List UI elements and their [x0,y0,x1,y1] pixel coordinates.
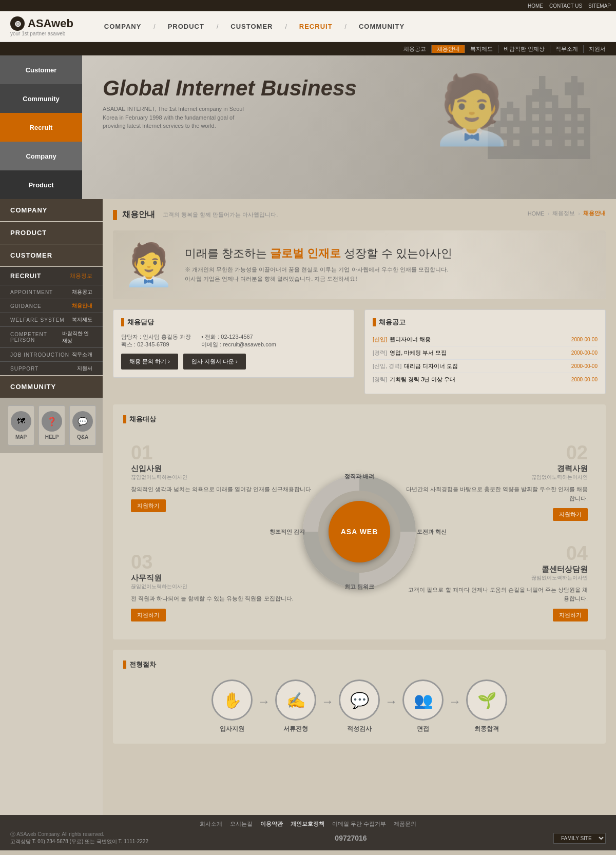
target-01-title: 신입사원 [131,464,314,474]
footer-link-4[interactable]: 이메일 무단 수집거부 [332,820,386,828]
top-sitemap-link[interactable]: SITEMAP [588,3,611,9]
sidebar-qa-icon-box[interactable]: 💬 Q&A [69,405,96,445]
subnav-item-5[interactable]: 지원서 [584,45,611,53]
help-icon: ❓ [42,411,62,432]
process-circle-1: ✍ [275,679,316,721]
subnav-item-4[interactable]: 직무소개 [550,45,584,53]
circle-label-bottom: 최고 팀워크 [344,583,374,591]
footer-phone: 09727016 [335,834,367,842]
hero-content: Global Internet Business ASADAE INTERNET… [82,55,616,199]
sidebar-sub-item-3[interactable]: COMPETENT PERSON 바람직한 인재상 [0,326,103,347]
target-02-subtitle: 끊임없이노력하는이사인 [405,474,588,481]
target-02-desc: 다년간의 사회경험을 바탕으로 충분한 역량을 발휘할 우수한 인재를 채용합니… [405,485,588,503]
target-02-btn[interactable]: 지원하기 [553,508,588,521]
qa-icon: 💬 [72,411,93,432]
sidebar-product[interactable]: PRODUCT [0,222,103,244]
process-circle-0: ✋ [211,679,253,721]
recruit-item-1: [경력]영업, 마케팅 부서 모집 2000-00-00 [373,346,598,360]
map-label: MAP [15,434,27,440]
sidebar-recruit-title: RECRUIT [10,273,41,280]
nav-community[interactable]: COMMUNITY [359,23,405,30]
subnav-item-3[interactable]: 바람직한 인재상 [498,45,550,53]
target-04: 04 콜센터상담원 끊임없이노력하는이사인 고객이 필요로 할 때마다 언제나 … [397,535,595,629]
logo-globe-icon: ⊕ [10,16,25,31]
breadcrumb-row: 채용안내 고객의 행복을 함께 만들어가는 아사웹입니다. HOME › 채용정… [113,209,606,220]
process-arrow-0: → [258,694,270,719]
target-01: 01 신입사원 끊임없이노력하는이사인 창의적인 생각과 넘치는 의욕으로 미래… [123,434,321,520]
subnav-item-2[interactable]: 복지제도 [465,45,498,53]
top-contact-link[interactable]: CONTACT US [549,3,582,9]
process-step-1: ✍ 서류전형 [275,679,316,733]
footer-contact: 고객상담 T. 01) 234-5678 (무료) 또는 국번없이 T. 111… [10,838,148,845]
sidebar-recruit-label: 채용정보 [70,272,92,280]
sidebar-sub-item-0[interactable]: APPOINTMENT 채용공고 [0,285,103,299]
logo-title: ⊕ ASAweb [10,16,73,31]
target-04-title: 콜센터상담원 [405,565,588,574]
hero-nav-community[interactable]: Community [0,84,82,113]
hero-nav-recruit[interactable]: Recruit [0,113,82,142]
nav-customer[interactable]: CUSTOMER [230,23,273,30]
hero-nav-product[interactable]: Product [0,170,82,199]
subnav-item-1[interactable]: 채용안내 [432,45,465,53]
sidebar-sub-item-1[interactable]: GUIDANCE 채용안내 [0,299,103,313]
footer-link-2[interactable]: 이용약관 [260,820,283,828]
circle-label-top: 정직과 배려 [344,473,374,480]
hero-nav-customer[interactable]: Customer [0,55,82,84]
contact-title-icon [121,318,124,326]
sidebar-sub-item-5[interactable]: SUPPORT 지원서 [0,361,103,375]
two-col-section: 채용담당 담당자 : 인사팀 홍길동 과장 팩스 : 02-345-6789 •… [113,309,606,394]
sidebar-company[interactable]: COMPANY [0,199,103,221]
target-03-desc: 전 직원과 하나되어 늘 함께할 수 있는 유능한 직원을 모집합니다. [131,594,314,604]
hero-nav-company[interactable]: Company [0,142,82,170]
recruit-box: 채용공고 [신입]웹디자이너 채용 2000-00-00 [경력]영업, 마케팅… [364,309,606,394]
nav-recruit[interactable]: RECRUIT [299,23,333,30]
process-step-3: 👥 면접 [402,679,444,733]
recruit-title: 채용공고 [373,318,598,327]
process-step-2: 💬 적성검사 [339,679,380,733]
footer-link-1[interactable]: 오시는길 [230,820,253,828]
contact-inquiry-button[interactable]: 채용 문의 하기 › [121,354,178,370]
footer-link-5[interactable]: 제품문의 [394,820,416,828]
help-label: HELP [45,434,59,440]
target-03-number: 03 [131,551,314,573]
center-diagram: ASA WEB 정직과 배려 도전과 혁신 최고 팀워크 창조적인 감각 [303,475,416,588]
target-03-btn[interactable]: 지원하기 [131,609,166,621]
section-icon [113,210,117,220]
recruit-item-0: [신입]웹디자이너 채용 2000-00-00 [373,333,598,346]
footer: 회사소개 오시는길 이용약관 개인보호정책 이메일 무단 수집거부 제품문의 ⓒ… [0,815,616,850]
target-icon [123,415,126,423]
sidebar-customer[interactable]: CUSTOMER [0,244,103,266]
process-circle-3: 👥 [402,679,444,721]
target-title-text: 채용대상 [129,415,156,424]
circle-label-right: 도전과 혁신 [417,528,447,536]
top-home-link[interactable]: HOME [528,3,543,9]
nav-product[interactable]: PRODUCT [168,23,204,30]
hero-nav: Customer Community Recruit Company Produ… [0,55,82,199]
process-label-4: 최종합격 [474,725,499,733]
sidebar-community[interactable]: COMMUNITY [0,376,103,398]
logo-subtitle: your 1st partner asaweb [10,31,73,36]
target-04-btn[interactable]: 지원하기 [553,609,588,621]
hero-section: Customer Community Recruit Company Produ… [0,55,616,199]
target-section-title: 채용대상 [123,415,595,424]
footer-bottom: ⓒ ASAweb Company. All rights reserved. 고… [10,831,606,845]
footer-family-site-select[interactable]: FAMILY SITE [553,833,606,844]
target-01-btn[interactable]: 지원하기 [131,499,166,512]
recruit-item-2: [신입, 경력]대리급 디자이너 모집 2000-00-00 [373,360,598,373]
process-label-2: 적성검사 [347,725,372,733]
nav-company[interactable]: COMPANY [104,23,141,30]
contact-download-button[interactable]: 입사 지원서 다운 › [183,354,246,370]
process-step-4: 🌱 최종합격 [466,679,507,733]
contact-item-1: • 전화 : 02-123-4567 이메일 : recruit@asaweb.… [201,333,276,348]
target-02-title: 경력사원 [405,464,588,474]
subnav-item-0[interactable]: 채용공고 [398,45,432,53]
contact-item-0: 담당자 : 인사팀 홍길동 과장 팩스 : 02-345-6789 [121,333,191,348]
sidebar-help-icon-box[interactable]: ❓ HELP [38,405,65,445]
sidebar-map-icon-box[interactable]: 🗺 MAP [8,405,34,445]
footer-link-3[interactable]: 개인보호정책 [291,820,324,828]
recruit-title-icon [373,318,376,326]
footer-link-0[interactable]: 회사소개 [200,820,222,828]
sidebar-sub-item-2[interactable]: WELFARE SYSTEM 복지제도 [0,313,103,326]
sidebar-sub-item-4[interactable]: JOB INTRODUCTION 직무소개 [0,347,103,361]
recruit-items: [신입]웹디자이너 채용 2000-00-00 [경력]영업, 마케팅 부서 모… [373,333,598,386]
